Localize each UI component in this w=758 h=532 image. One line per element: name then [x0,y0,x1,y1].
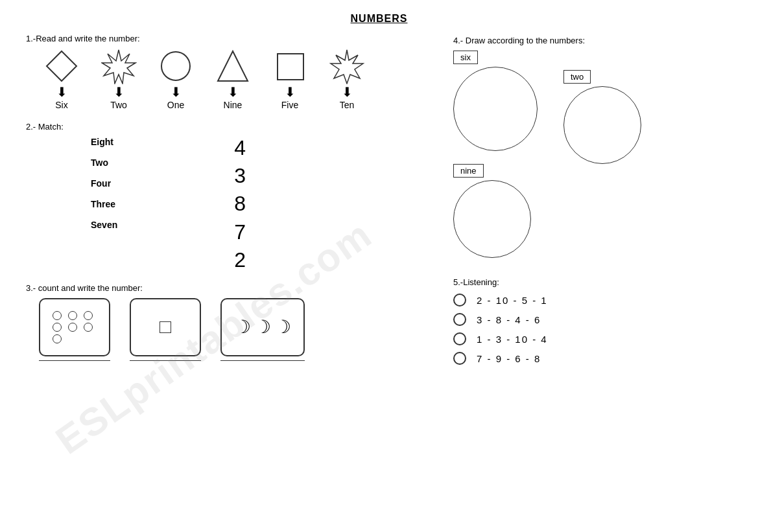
label-five: Five [281,100,298,110]
count-line-1 [39,360,110,361]
count-box-1 [39,298,110,356]
shape-item-ten: ⬇ Ten [324,49,370,110]
listening-text-4: 7 - 9 - 6 - 8 [477,353,541,364]
radio-3[interactable] [453,332,466,345]
listening-text-1: 2 - 10 - 5 - 1 [477,295,548,306]
dot [68,311,77,320]
match-word-three: Three [91,199,117,209]
listening-text-3: 1 - 3 - 10 - 4 [477,334,548,345]
page: NUMBERS 1.-Read and write the number: ⬇ … [0,0,758,532]
count-item-2 [130,298,201,361]
dot [68,323,77,332]
radio-4[interactable] [453,352,466,365]
arrow-one: ⬇ [171,86,182,98]
match-num-4: 4 [234,137,246,159]
draw-left: six nine [453,51,538,258]
dot [53,334,62,343]
label-nine: Nine [224,100,243,110]
listening-row-1: 2 - 10 - 5 - 1 [453,294,739,306]
starburst-icon [101,49,137,84]
page-title: NUMBERS [26,13,732,25]
arrow-nine: ⬇ [228,86,239,98]
radio-2[interactable] [453,313,466,326]
listening-row-3: 1 - 3 - 10 - 4 [453,332,739,345]
dot [84,323,93,332]
shape-item-two: ⬇ Two [96,49,141,110]
label-ten: Ten [340,100,355,110]
dot [53,311,62,320]
match-word-seven: Seven [91,220,117,230]
count-item-1 [39,298,110,361]
draw-area: six nine two [453,51,739,258]
count-line-2 [130,360,201,361]
svg-marker-3 [218,51,248,81]
svg-marker-5 [331,50,363,84]
arrow-six: ⬇ [56,86,67,98]
count-box-3: ☽ ☽ ☽ [220,298,305,356]
match-words: Eight Two Four Three Seven [91,137,117,230]
svg-point-2 [161,52,190,80]
draw-circle-six [453,67,538,151]
match-word-two: Two [91,157,117,168]
count-item-3: ☽ ☽ ☽ [220,298,305,361]
crescent-icon: ☽ [275,316,291,338]
match-numbers: 4 3 8 7 2 [234,137,246,272]
svg-marker-0 [47,51,77,81]
listening-row-4: 7 - 9 - 6 - 8 [453,352,739,365]
shape-item-nine: ⬇ Nine [210,49,255,110]
badge-nine: nine [453,164,484,178]
diamond-icon [44,49,80,84]
arrow-ten: ⬇ [342,86,353,98]
radio-1[interactable] [453,294,466,306]
circle-icon [158,49,194,84]
match-num-7: 7 [234,221,246,244]
square-icon [272,49,308,84]
crescent-icon: ☽ [255,316,271,338]
draw-item-six: six [453,51,538,151]
draw-item-nine: nine [453,164,538,258]
triangle-icon [215,49,251,84]
moon-container: ☽ ☽ ☽ [235,316,291,338]
match-num-3: 3 [234,165,246,187]
arrow-two: ⬇ [113,86,124,98]
match-num-2: 2 [234,249,246,272]
dots-grid-1 [53,311,97,343]
count-box-2 [130,298,201,356]
small-square-icon [160,321,171,333]
shape-item-six: ⬇ Six [39,49,84,110]
shape-item-one: ⬇ One [153,49,198,110]
draw-item-two: two [563,70,641,164]
star-icon [329,49,365,84]
draw-circle-nine [453,180,531,258]
listening-text-2: 3 - 8 - 4 - 6 [477,314,541,325]
right-panel: 4.- Draw according to the numbers: six n… [453,36,739,371]
arrow-five: ⬇ [285,86,296,98]
dot [84,311,93,320]
section5-label: 5.-Listening: [453,277,739,287]
listening-items: 2 - 10 - 5 - 1 3 - 8 - 4 - 6 1 - 3 - 10 … [453,294,739,365]
shape-item-five: ⬇ Five [267,49,313,110]
listening-row-2: 3 - 8 - 4 - 6 [453,313,739,326]
label-one: One [167,100,184,110]
section5: 5.-Listening: 2 - 10 - 5 - 1 3 - 8 - 4 -… [453,277,739,365]
match-num-8: 8 [234,192,246,215]
svg-marker-1 [102,50,136,84]
match-word-eight: Eight [91,137,117,147]
section4-label: 4.- Draw according to the numbers: [453,36,739,45]
badge-two: two [563,70,591,84]
label-two: Two [110,100,127,110]
draw-right: two [563,70,641,258]
draw-circle-two [563,86,641,164]
section4: 4.- Draw according to the numbers: six n… [453,36,739,258]
badge-six: six [453,51,478,64]
label-six: Six [55,100,67,110]
match-word-four: Four [91,178,117,189]
dot [53,323,62,332]
count-line-3 [220,360,305,361]
crescent-icon: ☽ [235,316,251,338]
svg-rect-4 [278,54,303,80]
